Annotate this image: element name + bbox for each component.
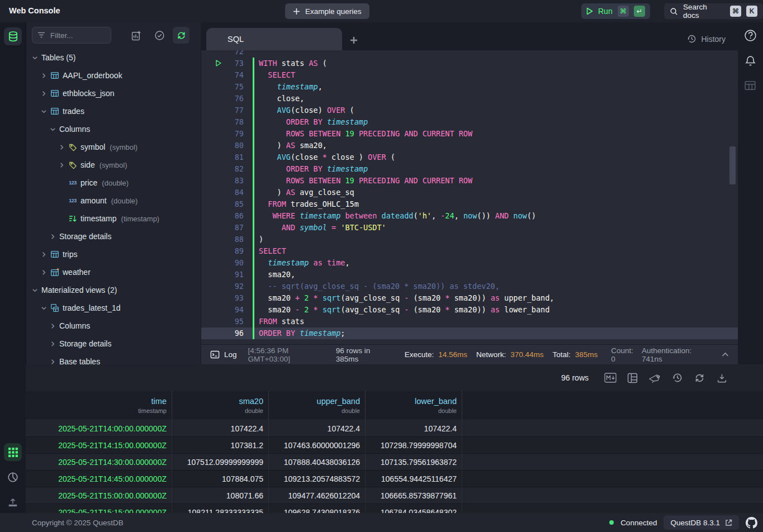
code-line-93[interactable]: 93 sma20 + 2 * sqrt(avg_close_sq - (sma2… (201, 292, 738, 304)
code-line-76[interactable]: 76 close, (201, 93, 738, 104)
search-docs-button[interactable]: Search docs ⌘ K (664, 3, 763, 19)
tab-sql[interactable]: SQL (206, 28, 342, 50)
collapse-log-icon[interactable] (722, 352, 729, 357)
version-link[interactable]: QuestDB 8.3.1 (664, 515, 739, 530)
number-type-icon: 123 (69, 198, 77, 203)
tree-item-aapl-orderbook[interactable]: AAPL_orderbook (26, 66, 201, 84)
network-time: 370.44ms (510, 350, 543, 359)
tree-item-storage-details[interactable]: Storage details (26, 335, 201, 353)
example-queries-button[interactable]: Example queries (285, 3, 369, 19)
tree-item-tables-5-[interactable]: Tables (5) (26, 49, 201, 66)
table-row[interactable]: 2025-05-21T14:45:00.000000Z107884.075109… (26, 471, 763, 487)
download-csv-icon[interactable] (715, 372, 728, 384)
code-editor-area[interactable]: 72 73 WITH stats AS ( 74 SELECT 75 times… (201, 50, 738, 344)
code-line-73[interactable]: 73 WITH stats AS ( (201, 58, 738, 69)
code-line-77[interactable]: 77 AVG(close) OVER ( (201, 104, 738, 116)
chart-view-toggle[interactable] (4, 468, 22, 486)
code-line-86[interactable]: 86 WHERE timestamp between dateadd('h', … (201, 210, 738, 222)
code-line-90[interactable]: 90 timestamp as time, (201, 257, 738, 269)
markdown-copy-icon[interactable] (604, 372, 617, 384)
history-button[interactable]: History (687, 34, 726, 44)
grid-layout-icon[interactable] (626, 372, 639, 384)
code-line-75[interactable]: 75 timestamp, (201, 81, 738, 93)
code-line-80[interactable]: 80 ) AS sma20, (201, 140, 738, 151)
code-line-87[interactable]: 87 AND symbol = 'BTC-USDT' (201, 222, 738, 234)
tree-item-side[interactable]: side(symbol) (26, 156, 201, 174)
code-line-78[interactable]: 78 ORDER BY timestamp (201, 116, 738, 128)
code-line-88[interactable]: 88 ) (201, 234, 738, 245)
column-header-upper_band[interactable]: upper_band double (269, 391, 366, 420)
code-line-89[interactable]: 89 SELECT (201, 245, 738, 257)
tree-item-trades[interactable]: trades (26, 102, 201, 120)
refresh-schema-button[interactable] (173, 27, 189, 44)
add-metrics-icon[interactable] (131, 30, 142, 41)
column-type: (timestamp) (121, 215, 160, 223)
column-header-lower_band[interactable]: lower_band double (366, 391, 462, 420)
chevron-right-icon (50, 359, 56, 365)
line-number: 87 (201, 222, 249, 234)
line-number: 91 (201, 269, 249, 281)
sql-editor: SQL History 72 73 WITH stats AS ( 74 SEL… (201, 22, 738, 364)
code-line-85[interactable]: 85 FROM trades_OHLC_15m (201, 198, 738, 210)
line-number: 84 (201, 187, 249, 198)
editor-scrollbar-thumb[interactable] (729, 146, 736, 184)
tree-item-base-tables[interactable]: Base tables (26, 353, 201, 364)
tree-item-weather[interactable]: weather (26, 263, 201, 281)
tree-item-price[interactable]: 123 price(double) (26, 174, 201, 192)
external-link-icon (725, 519, 732, 526)
table-row[interactable]: 2025-05-21T15:00:00.000000Z108071.661094… (26, 487, 763, 504)
column-header-time[interactable]: time timestamp (26, 391, 172, 420)
notifications-button[interactable] (744, 55, 757, 68)
table-tree: Tables (5) AAPL_orderbook ethblocks_json… (26, 49, 201, 364)
tree-item-ethblocks-json[interactable]: ethblocks_json (26, 84, 201, 102)
code-line-83[interactable]: 83 ROWS BETWEEN 19 PRECEDING AND CURRENT… (201, 175, 738, 187)
tree-item-storage-details[interactable]: Storage details (26, 227, 201, 245)
github-button[interactable] (746, 517, 757, 529)
column-type: double (245, 407, 263, 414)
help-button[interactable] (744, 29, 757, 42)
code-line-95[interactable]: 95 FROM stats (201, 316, 738, 327)
table-row[interactable]: 2025-05-21T15:15:00.000000Z108211.283333… (26, 504, 763, 513)
upload-icon (7, 497, 18, 508)
query-history-icon[interactable] (671, 372, 684, 384)
code-line-81[interactable]: 81 AVG(close * close ) OVER ( (201, 151, 738, 163)
column-header-sma20[interactable]: sma20 double (172, 391, 269, 420)
tree-item-amount[interactable]: 123 amount(double) (26, 192, 201, 210)
code-line-74[interactable]: 74 SELECT (201, 69, 738, 81)
column-type: (double) (111, 197, 138, 205)
code-line-84[interactable]: 84 ) AS avg_close_sq (201, 187, 738, 198)
questdb-web-console: Web Console Example queries Run ⌘ ↵ Sear… (0, 0, 763, 532)
check-circle-icon[interactable] (154, 30, 165, 41)
code-line-72[interactable]: 72 (201, 50, 738, 58)
run-button[interactable]: Run ⌘ ↵ (581, 3, 650, 19)
refresh-results-icon[interactable] (693, 372, 706, 384)
table-row[interactable]: 2025-05-21T14:30:00.000000Z107512.099999… (26, 454, 763, 471)
log-label[interactable]: Log (224, 350, 237, 359)
tables-panel-toggle[interactable] (4, 27, 22, 45)
grid-view-toggle[interactable] (4, 443, 22, 461)
new-tab-icon[interactable] (350, 36, 358, 44)
code-line-79[interactable]: 79 ROWS BETWEEN 19 PRECEDING AND CURRENT… (201, 128, 738, 140)
tree-item-columns[interactable]: Columns (26, 317, 201, 335)
chevron-right-icon (41, 251, 47, 258)
tree-item-trades-latest-1d[interactable]: trades_latest_1d (26, 299, 201, 317)
tree-item-materialized-views-2-[interactable]: Materialized views (2) (26, 281, 201, 299)
tree-item-trips[interactable]: trips (26, 245, 201, 263)
tree-item-timestamp[interactable]: timestamp(timestamp) (26, 210, 201, 227)
tree-item-symbol[interactable]: symbol(symbol) (26, 138, 201, 156)
table-row[interactable]: 2025-05-21T14:00:00.000000Z107422.410742… (26, 420, 763, 437)
code-line-94[interactable]: 94 sma20 - 2 * sqrt(avg_close_sq - (sma2… (201, 304, 738, 316)
table-row[interactable]: 2025-05-21T14:15:00.000000Z107381.210746… (26, 437, 763, 454)
code-line-96[interactable]: 96 ORDER BY timestamp; (201, 327, 738, 339)
code-line-92[interactable]: 92 -- sqrt(avg_close_sq - (sma20 * sma20… (201, 281, 738, 292)
explain-plan-icon[interactable] (648, 372, 661, 384)
run-query-marker[interactable] (216, 60, 221, 66)
chevron-right-icon (41, 91, 47, 97)
line-number: 79 (201, 128, 249, 140)
code-line-91[interactable]: 91 sma20, (201, 269, 738, 281)
code-line-82[interactable]: 82 ORDER BY timestamp (201, 163, 738, 175)
import-files-button[interactable] (4, 493, 22, 511)
line-number: 96 (201, 327, 249, 339)
result-panel-toggle[interactable] (744, 79, 756, 92)
tree-item-columns[interactable]: Columns (26, 120, 201, 138)
